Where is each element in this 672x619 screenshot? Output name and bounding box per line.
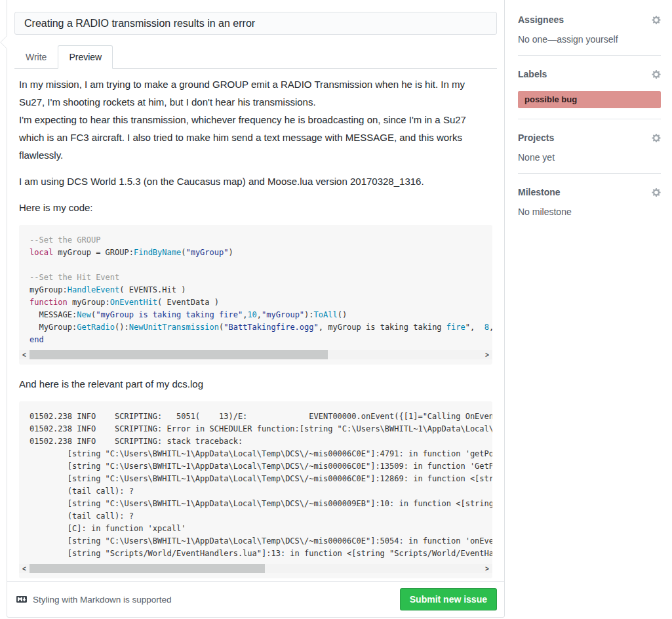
lua-code-block: --Set the GROUPlocal myGroup = GROUP:Fin… xyxy=(19,225,492,365)
markdown-icon xyxy=(14,594,29,605)
markdown-note-label: Styling with Markdown is supported xyxy=(33,595,172,605)
sidebar-section-milestone: Milestone No milestone xyxy=(518,187,661,228)
preview-pane: In my mission, I am trying to make a gro… xyxy=(14,69,497,578)
scrollbar-track[interactable] xyxy=(30,350,482,359)
label-possible-bug[interactable]: possible bug xyxy=(518,91,661,108)
scrollbar-thumb[interactable] xyxy=(30,350,328,359)
write-preview-tab-nav: Write Preview xyxy=(14,45,497,69)
issue-sidebar: Assignees No one—assign yourself Labels … xyxy=(518,14,661,241)
milestone-gear-icon[interactable] xyxy=(652,188,661,197)
milestone-heading: Milestone xyxy=(518,187,561,197)
log-horizontal-scrollbar[interactable]: < > xyxy=(19,564,492,573)
lua-code: --Set the GROUPlocal myGroup = GROUP:Fin… xyxy=(19,225,492,346)
tab-write[interactable]: Write xyxy=(14,45,58,69)
log-code: 01502.238 INFO SCRIPTING: 5051( 13)/E: E… xyxy=(19,401,492,560)
scrollbar-thumb[interactable] xyxy=(30,564,265,573)
paragraph-code-lead: Here is my code: xyxy=(19,199,492,216)
milestone-value: No milestone xyxy=(518,207,661,217)
projects-heading: Projects xyxy=(518,132,554,143)
scroll-left-icon[interactable]: < xyxy=(19,564,30,573)
paragraph-intro: In my mission, I am trying to make a gro… xyxy=(19,75,492,164)
issue-comment-box: Write Preview In my mission, I am trying… xyxy=(7,0,505,618)
labels-gear-icon[interactable] xyxy=(652,70,661,79)
paragraph-version: I am using DCS World 1.5.3 (on the Cauca… xyxy=(19,172,492,190)
scroll-right-icon[interactable]: > xyxy=(482,564,492,573)
projects-gear-icon[interactable] xyxy=(652,133,661,143)
projects-value: None yet xyxy=(518,152,661,163)
issue-title-input[interactable] xyxy=(14,12,497,35)
sidebar-section-projects: Projects None yet xyxy=(518,132,661,174)
sidebar-section-assignees: Assignees No one—assign yourself xyxy=(518,14,661,56)
scrollbar-track[interactable] xyxy=(30,564,482,573)
tab-preview[interactable]: Preview xyxy=(58,45,113,69)
scroll-right-icon[interactable]: > xyxy=(482,350,492,359)
submit-new-issue-button[interactable]: Submit new issue xyxy=(400,588,497,610)
paragraph-log-lead: And here is the relevant part of my dcs.… xyxy=(19,375,492,393)
markdown-supported-link[interactable]: Styling with Markdown is supported xyxy=(14,594,172,605)
comment-footer: Styling with Markdown is supported Submi… xyxy=(7,581,504,617)
code-horizontal-scrollbar[interactable]: < > xyxy=(19,350,492,359)
log-code-block: 01502.238 INFO SCRIPTING: 5051( 13)/E: E… xyxy=(19,401,492,578)
assignees-value[interactable]: No one—assign yourself xyxy=(518,34,661,45)
scroll-left-icon[interactable]: < xyxy=(19,350,30,359)
labels-heading: Labels xyxy=(518,69,547,79)
assignees-gear-icon[interactable] xyxy=(652,15,661,25)
assignees-heading: Assignees xyxy=(518,14,564,25)
sidebar-section-labels: Labels possible bug xyxy=(518,69,661,119)
